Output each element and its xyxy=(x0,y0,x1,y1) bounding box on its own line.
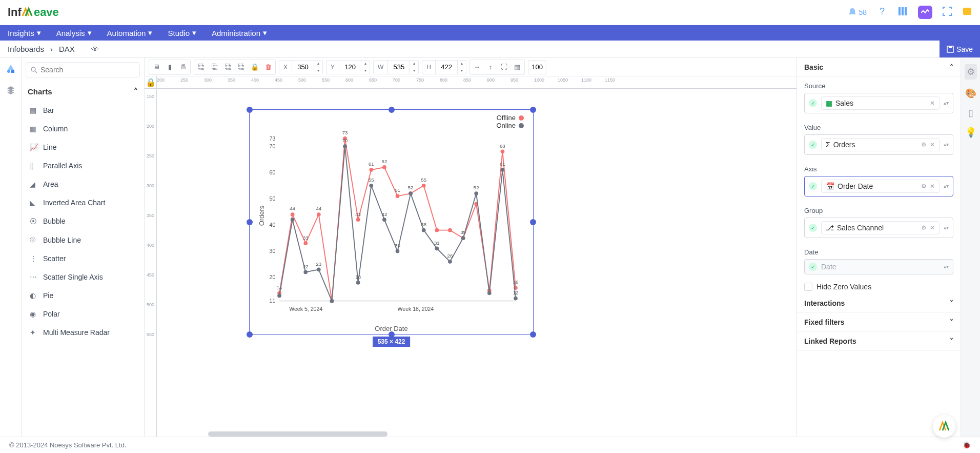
floating-action-button[interactable] xyxy=(933,415,955,438)
layers-icon[interactable] xyxy=(6,85,15,97)
nav-automation[interactable]: Automation ▾ xyxy=(107,28,153,37)
opacity-icon-button[interactable]: ▦ xyxy=(511,61,523,73)
svg-point-71 xyxy=(474,191,478,195)
clear-icon[interactable]: ✕ xyxy=(930,100,935,107)
inverted-area-icon: ◣ xyxy=(30,199,38,207)
fixed-filters-section-header[interactable]: Fixed filters˅ xyxy=(797,313,961,332)
chart-type-radar[interactable]: ✦Multi Measure Radar xyxy=(22,323,144,342)
horizontal-scrollbar[interactable] xyxy=(208,431,387,437)
ruler-lock-icon[interactable]: 🔒 xyxy=(145,76,157,88)
gear-icon[interactable]: ⚙ xyxy=(921,183,927,190)
checkbox-icon[interactable] xyxy=(804,283,812,291)
notification-count: 58 xyxy=(859,8,867,16)
nav-insights[interactable]: Insights ▾ xyxy=(8,28,41,37)
clear-icon[interactable]: ✕ xyxy=(930,141,935,148)
chart-type-scatter-single[interactable]: ⋯Scatter Single Axis xyxy=(22,268,144,286)
shapes-icon[interactable] xyxy=(6,64,15,76)
chart-type-column[interactable]: ▥Column xyxy=(22,120,144,138)
fullscreen-icon[interactable] xyxy=(943,7,952,18)
svg-point-72 xyxy=(487,291,492,295)
clear-icon[interactable]: ✕ xyxy=(930,183,935,190)
check-icon: ✓ xyxy=(809,224,817,232)
monitor-icon[interactable] xyxy=(918,6,932,19)
chart-type-pie[interactable]: ◐Pie xyxy=(22,286,144,305)
y-input[interactable]: Y▴▾ xyxy=(326,60,370,74)
basic-section-header[interactable]: Basic˄ xyxy=(797,58,961,77)
delete-button[interactable]: 🗑 xyxy=(262,61,274,73)
nav-administration[interactable]: Administration ▾ xyxy=(212,28,267,37)
palette-tab-icon[interactable]: 🎨 xyxy=(965,88,976,99)
chart-type-line[interactable]: 📈Line xyxy=(22,138,144,156)
settings-tab-icon[interactable]: ⚙ xyxy=(965,64,977,80)
h-input[interactable]: H▴▾ xyxy=(422,60,466,74)
search-box[interactable] xyxy=(26,62,140,77)
svg-point-30 xyxy=(369,168,373,172)
breadcrumb-root[interactable]: Infoboards xyxy=(8,45,44,53)
visibility-icon[interactable]: 👁 xyxy=(91,45,99,53)
preview-mobile-button[interactable]: ▮ xyxy=(164,61,176,73)
design-canvas[interactable]: Offline Online Orders Order Date 1120304… xyxy=(157,89,797,437)
sort-icon[interactable]: ▴▾ xyxy=(944,185,949,188)
group-field[interactable]: ✓ ⎇Sales Channel⚙✕ ▴▾ xyxy=(804,218,953,238)
notifications-button[interactable]: 58 xyxy=(847,7,867,17)
bring-forward-button[interactable]: ⿻ xyxy=(235,61,248,73)
expand-button[interactable]: ⛶ xyxy=(498,61,510,73)
save-button[interactable]: Save xyxy=(940,41,980,57)
sort-icon[interactable]: ▴▾ xyxy=(944,143,949,146)
chart-type-area[interactable]: ◢Area xyxy=(22,175,144,193)
chart-widget[interactable]: Offline Online Orders Order Date 1120304… xyxy=(249,109,534,335)
chart-type-bubble-line[interactable]: ⦾Bubble Line xyxy=(22,230,144,249)
svg-text:70: 70 xyxy=(342,137,348,143)
nav-analysis[interactable]: Analysis ▾ xyxy=(56,28,92,37)
sigma-icon: Σ xyxy=(826,141,830,149)
notes-icon[interactable] xyxy=(962,6,972,18)
source-field[interactable]: ✓ ▦Sales✕ ▴▾ xyxy=(804,93,953,113)
sort-icon[interactable]: ▴▾ xyxy=(944,226,949,229)
chevron-down-icon: ˅ xyxy=(950,337,953,345)
date-field[interactable]: ✓ Date ▴▾ xyxy=(804,259,953,274)
align-v-button[interactable]: ↕ xyxy=(484,61,497,73)
help-icon[interactable]: ? xyxy=(877,6,887,19)
sort-icon[interactable]: ▴▾ xyxy=(944,265,949,268)
linked-reports-section-header[interactable]: Linked Reports˅ xyxy=(797,332,961,351)
formula-tab-icon[interactable]: ▯ xyxy=(968,107,973,119)
svg-line-11 xyxy=(35,71,37,73)
chart-type-inverted-area[interactable]: ◣Inverted Area Chart xyxy=(22,193,144,212)
charts-section-header[interactable]: Charts ˄ xyxy=(22,82,144,101)
opacity-input[interactable] xyxy=(528,60,546,74)
svg-text:62: 62 xyxy=(382,159,387,164)
w-input[interactable]: W▴▾ xyxy=(373,60,419,74)
svg-point-56 xyxy=(277,294,281,298)
svg-point-26 xyxy=(317,212,321,216)
nav-studio[interactable]: Studio ▾ xyxy=(168,28,196,37)
print-button[interactable]: 🖶 xyxy=(177,61,189,73)
axis-field[interactable]: ✓ 📅Order Date⚙✕ ▴▾ xyxy=(804,176,953,196)
gear-icon[interactable]: ⚙ xyxy=(921,141,927,148)
preview-desktop-button[interactable]: 🖥 xyxy=(150,61,162,73)
clear-icon[interactable]: ✕ xyxy=(930,224,935,231)
chart-type-scatter[interactable]: ⋮Scatter xyxy=(22,249,144,268)
sort-icon[interactable]: ▴▾ xyxy=(944,102,949,105)
chart-type-bubble[interactable]: ⦿Bubble xyxy=(22,212,144,230)
search-input[interactable] xyxy=(40,66,135,74)
svg-point-59 xyxy=(317,267,321,271)
chart-type-parallel-axis[interactable]: ∥Parallel Axis xyxy=(22,156,144,175)
svg-point-60 xyxy=(330,299,334,303)
library-icon[interactable] xyxy=(897,6,908,19)
hide-zero-checkbox[interactable]: Hide Zero Values xyxy=(797,280,961,294)
bug-icon[interactable]: 🐞 xyxy=(963,441,971,449)
lock-button[interactable]: 🔒 xyxy=(249,61,261,73)
x-input[interactable]: X▴▾ xyxy=(279,60,323,74)
copy2-button[interactable]: ⿻ xyxy=(209,61,221,73)
logo[interactable]: Inf eave xyxy=(8,6,59,19)
value-field[interactable]: ✓ ΣOrders⚙✕ ▴▾ xyxy=(804,134,953,155)
chart-type-bar[interactable]: ▤Bar xyxy=(22,101,144,120)
chart-type-polar[interactable]: ◉Polar xyxy=(22,305,144,323)
gear-icon[interactable]: ⚙ xyxy=(921,224,927,231)
svg-text:23: 23 xyxy=(316,261,322,267)
interactions-section-header[interactable]: Interactions˅ xyxy=(797,294,961,313)
idea-tab-icon[interactable]: 💡 xyxy=(965,127,976,138)
paste-button[interactable]: ⿻ xyxy=(222,61,234,73)
copy-button[interactable]: ⿻ xyxy=(195,61,208,73)
align-h-button[interactable]: ↔ xyxy=(471,61,483,73)
